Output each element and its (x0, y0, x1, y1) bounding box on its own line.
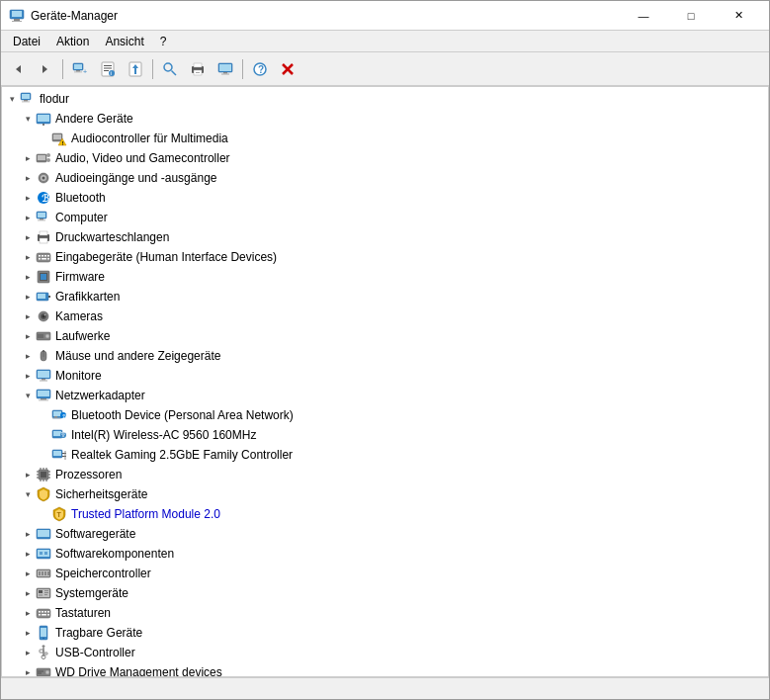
close-button[interactable]: ✕ (716, 1, 761, 31)
usb-item[interactable]: ▸ USB-Controller (2, 643, 768, 662)
menu-datei[interactable]: Datei (5, 33, 48, 50)
tragbar-label: Tragbare Geräte (55, 626, 142, 640)
monitore-item[interactable]: ▸ Monitore (2, 366, 768, 386)
toolbar: + i (1, 52, 769, 86)
eingabe-expander[interactable]: ▸ (20, 249, 36, 265)
svg-point-39 (43, 124, 44, 126)
firmware-expander[interactable]: ▸ (20, 269, 36, 285)
system-item[interactable]: ▸ Systemgeräte (2, 583, 768, 603)
software-icon (36, 526, 51, 542)
bt-network-item[interactable]: ▸ ℬ Bluetooth Device (Personal Area Netw… (2, 405, 768, 425)
audioeingang-expander[interactable]: ▸ (20, 170, 36, 186)
audioeingang-label: Audioeingänge und -ausgänge (55, 171, 216, 185)
audio-video-expander[interactable]: ▸ (20, 150, 36, 166)
menu-ansicht[interactable]: Ansicht (97, 33, 151, 50)
svg-line-20 (172, 70, 177, 75)
monitor-button[interactable] (213, 56, 238, 82)
speicher-icon (36, 566, 51, 581)
software-expander[interactable]: ▸ (20, 526, 36, 542)
print-button[interactable] (185, 56, 211, 82)
netzwerk-item[interactable]: ▾ Netzwerkadapter (2, 386, 768, 405)
laufwerke-expander[interactable]: ▸ (20, 328, 36, 344)
sicherheit-expander[interactable]: ▾ (20, 486, 36, 502)
svg-rect-126 (38, 550, 49, 557)
menu-aktion[interactable]: Aktion (48, 33, 97, 50)
computer-item[interactable]: ▸ Computer (2, 208, 768, 227)
svg-text:!: ! (62, 140, 64, 146)
netzwerk-label: Netzwerkadapter (55, 389, 145, 402)
tpm-item[interactable]: ▸ T Trusted Platform Module 2.0 (2, 504, 768, 524)
prozessoren-expander[interactable]: ▸ (20, 467, 36, 482)
drucker-expander[interactable]: ▸ (20, 229, 36, 245)
prozessoren-item[interactable]: ▸ Prozes (2, 465, 768, 484)
realtek-item[interactable]: ▸ Realtek Gaming 2.5GbE Family Controlle… (2, 445, 768, 465)
andere-geraete-icon (36, 111, 51, 127)
svg-rect-12 (104, 65, 112, 66)
kamera-expander[interactable]: ▸ (20, 308, 36, 324)
update-driver-button[interactable] (123, 56, 148, 82)
sicherheit-item[interactable]: ▾ Sicherheitsgeräte (2, 484, 768, 504)
wd-expander[interactable]: ▸ (20, 664, 36, 677)
softwarekomp-item[interactable]: ▸ Softwarekomponenten (2, 544, 768, 564)
intel-wifi-item[interactable]: ▸ Intel(R) Wireless-AC 9560 160MHz (2, 425, 768, 445)
properties-button[interactable]: i (95, 56, 121, 82)
audioeingang-item[interactable]: ▸ Audioeingänge und -ausgänge (2, 168, 768, 188)
drucker-item[interactable]: ▸ Druckwarteschlangen (2, 227, 768, 247)
audiocontroller-item[interactable]: ▸ ! Audiocontroller für Multimedia (2, 129, 768, 148)
grafik-expander[interactable]: ▸ (20, 289, 36, 305)
maximize-button[interactable]: □ (668, 1, 714, 31)
svg-rect-132 (42, 571, 43, 575)
svg-rect-161 (38, 673, 42, 674)
svg-rect-144 (42, 611, 43, 613)
andere-geraete-item[interactable]: ▾ Andere Geräte (2, 109, 768, 129)
software-item[interactable]: ▸ Softwaregeräte (2, 524, 768, 544)
svg-rect-26 (219, 64, 231, 71)
tree-root[interactable]: ▾ flodur (2, 89, 768, 109)
system-expander[interactable]: ▸ (20, 585, 36, 601)
tragbar-item[interactable]: ▸ Tragbare Geräte (2, 623, 768, 643)
delete-button[interactable] (275, 56, 300, 82)
speicher-expander[interactable]: ▸ (20, 566, 36, 581)
tragbar-expander[interactable]: ▸ (20, 625, 36, 641)
intel-wifi-icon (51, 427, 67, 443)
svg-rect-1 (12, 11, 22, 17)
audio-video-item[interactable]: ▸ Audio, Video und Gamecontroller (2, 148, 768, 168)
svg-rect-147 (39, 614, 41, 616)
back-button[interactable] (5, 56, 31, 82)
svg-rect-109 (41, 472, 46, 478)
grafik-item[interactable]: ▸ Grafikkarten (2, 287, 768, 306)
tastatur-item[interactable]: ▸ Tastaturen (2, 603, 768, 623)
maeuse-expander[interactable]: ▸ (20, 348, 36, 364)
svg-rect-65 (39, 258, 41, 260)
bluetooth-item[interactable]: ▸ ℬ Bluetooth (2, 188, 768, 208)
speicher-item[interactable]: ▸ Speichercontroller (2, 564, 768, 583)
scan-button[interactable] (157, 56, 183, 82)
svg-marker-5 (43, 65, 47, 73)
help-button[interactable]: ? (247, 56, 273, 82)
tastatur-expander[interactable]: ▸ (20, 605, 36, 621)
show-hidden-button[interactable]: + (67, 56, 93, 82)
firmware-item[interactable]: ▸ Firmware (2, 267, 768, 287)
root-label: flodur (40, 92, 69, 106)
kamera-item[interactable]: ▸ Kameras (2, 306, 768, 326)
bluetooth-expander[interactable]: ▸ (20, 190, 36, 206)
maeuse-item[interactable]: ▸ Mäuse und andere Zeigegeräte (2, 346, 768, 366)
eingabe-item[interactable]: ▸ Eingabegeräte (Human Interface Devices… (2, 247, 768, 267)
menu-help[interactable]: ? (152, 33, 175, 50)
computer-label: Computer (55, 211, 108, 224)
svg-rect-22 (194, 63, 202, 67)
device-tree[interactable]: ▾ flodur ▾ Andere Geräte (1, 86, 769, 677)
andere-geraete-expander[interactable]: ▾ (20, 111, 36, 127)
monitore-expander[interactable]: ▸ (20, 368, 36, 384)
netzwerk-expander[interactable]: ▾ (20, 388, 36, 403)
minimize-button[interactable]: — (621, 1, 666, 31)
forward-button[interactable] (33, 56, 58, 82)
softwarekomp-expander[interactable]: ▸ (20, 546, 36, 562)
svg-rect-35 (24, 100, 28, 102)
laufwerke-item[interactable]: ▸ Laufwerke (2, 326, 768, 346)
computer-expander[interactable]: ▸ (20, 210, 36, 225)
wd-item[interactable]: ▸ WD Drive Management devices (2, 662, 768, 677)
svg-rect-156 (44, 653, 47, 655)
usb-expander[interactable]: ▸ (20, 645, 36, 660)
root-expander[interactable]: ▾ (4, 91, 20, 107)
